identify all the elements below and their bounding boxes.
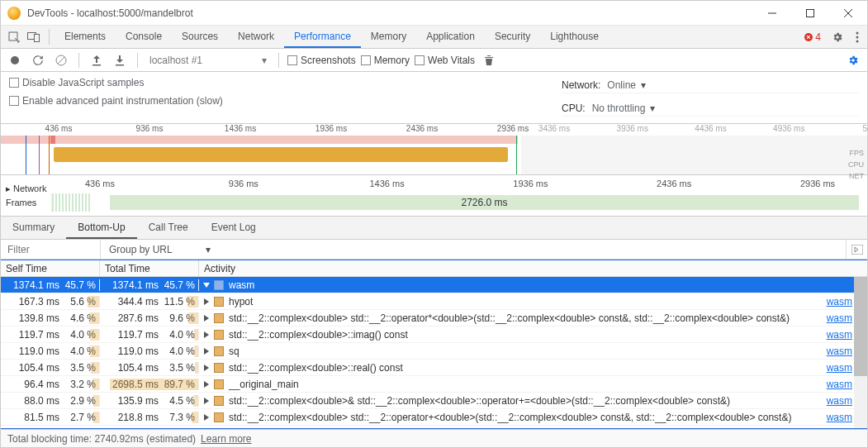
screenshots-checkbox[interactable]: Screenshots <box>287 55 356 66</box>
overview-tick: 436 ms <box>45 124 73 133</box>
record-button[interactable] <box>6 51 24 69</box>
webvitals-checkbox[interactable]: Web Vitals <box>415 55 475 66</box>
device-toggle-icon[interactable] <box>24 26 44 48</box>
expand-icon[interactable] <box>203 283 210 288</box>
table-row[interactable]: 105.4 ms3.5 %105.4 ms3.5 %std::__2::comp… <box>1 360 867 376</box>
capture-settings-gear-icon[interactable] <box>844 51 862 69</box>
table-row[interactable]: 88.0 ms2.9 %135.9 ms4.5 %std::__2::compl… <box>1 393 867 409</box>
col-activity[interactable]: Activity <box>199 260 867 276</box>
table-row[interactable]: 139.8 ms4.6 %287.6 ms9.6 %std::__2::comp… <box>1 310 867 326</box>
details-tabs: SummaryBottom-UpCall TreeEvent Log <box>1 217 867 240</box>
frames-label[interactable]: Frames <box>1 193 52 212</box>
overview-tick: 1936 ms <box>315 124 347 133</box>
tab-console[interactable]: Console <box>116 26 172 48</box>
flame-chart-header[interactable]: ▸ Network 436 ms936 ms1436 ms1936 ms2436… <box>1 175 867 217</box>
overview-timeline[interactable]: 436 ms936 ms1436 ms1936 ms2436 ms2936 ms… <box>1 124 867 175</box>
source-link[interactable]: wasm <box>827 346 852 357</box>
activity-name: hypot <box>229 296 253 307</box>
profile-select[interactable]: localhost #1▾ <box>146 55 270 66</box>
activity-swatch <box>214 280 224 290</box>
col-self-time[interactable]: Self Time <box>1 260 100 276</box>
group-by-select[interactable]: Group by URL▾ <box>100 240 846 259</box>
activity-swatch <box>214 330 224 340</box>
source-link[interactable]: wasm <box>827 412 852 423</box>
details-tab-summary[interactable]: Summary <box>1 217 66 239</box>
error-badge[interactable]: × 4 <box>804 31 821 43</box>
overview-tick: 2936 ms <box>497 124 529 133</box>
performance-toolbar: localhost #1▾ Screenshots Memory Web Vit… <box>1 49 867 72</box>
scrollbar-thumb[interactable] <box>854 277 867 376</box>
activity-swatch <box>214 346 224 356</box>
source-link[interactable]: wasm <box>827 329 852 341</box>
disable-js-samples-checkbox[interactable]: Disable JavaScript samples <box>9 77 562 88</box>
status-bar: Total blocking time: 2740.92ms (estimate… <box>1 429 867 447</box>
maximize-button[interactable] <box>791 1 829 26</box>
overview-tick-grey: 54 <box>862 124 868 133</box>
window-title: DevTools - localhost:5000/mandelbrot <box>27 7 193 19</box>
download-button[interactable] <box>111 51 129 69</box>
tab-security[interactable]: Security <box>485 26 540 48</box>
expand-icon[interactable] <box>204 331 209 338</box>
filter-input[interactable] <box>1 240 100 259</box>
frame-block[interactable]: 2726.0 ms <box>110 195 859 210</box>
activity-swatch <box>214 297 224 307</box>
source-link[interactable]: wasm <box>827 296 852 307</box>
tab-memory[interactable]: Memory <box>361 26 416 48</box>
col-total-time[interactable]: Total Time <box>100 260 199 276</box>
ruler-tick: 1436 ms <box>369 179 404 188</box>
tab-network[interactable]: Network <box>228 26 284 48</box>
vertical-scrollbar[interactable] <box>854 277 867 428</box>
activity-name: std::__2::complex<double>::imag() const <box>229 329 408 341</box>
svg-text:×: × <box>807 33 811 41</box>
ruler-tick: 2436 ms <box>657 179 691 188</box>
reload-button[interactable] <box>29 51 47 69</box>
clear-button[interactable] <box>52 51 70 69</box>
element-picker-icon[interactable] <box>4 26 24 48</box>
details-tab-event-log[interactable]: Event Log <box>200 217 268 239</box>
table-row[interactable]: 119.0 ms4.0 %119.0 ms4.0 %sqwasm <box>1 343 867 360</box>
details-tab-bottom-up[interactable]: Bottom-Up <box>66 217 136 239</box>
source-link[interactable]: wasm <box>827 395 852 407</box>
network-label: Network: <box>562 79 600 91</box>
table-row[interactable]: 81.5 ms2.7 %218.8 ms7.3 %std::__2::compl… <box>1 409 867 426</box>
svg-rect-15 <box>92 64 101 66</box>
kebab-menu-icon[interactable] <box>847 31 867 43</box>
minimize-button[interactable] <box>753 1 791 26</box>
svg-point-11 <box>856 40 859 42</box>
table-row[interactable]: 96.4 ms3.2 %2698.5 ms89.7 %__original_ma… <box>1 376 867 393</box>
expand-icon[interactable] <box>204 348 209 355</box>
source-link[interactable]: wasm <box>827 379 852 390</box>
table-row[interactable]: 119.7 ms4.0 %119.7 ms4.0 %std::__2::comp… <box>1 326 867 343</box>
details-tab-call-tree[interactable]: Call Tree <box>137 217 200 239</box>
expand-icon[interactable] <box>204 315 209 322</box>
source-link[interactable]: wasm <box>827 312 852 324</box>
overview-tick: 936 ms <box>136 124 164 133</box>
svg-rect-16 <box>116 64 124 66</box>
tab-sources[interactable]: Sources <box>172 26 228 48</box>
network-select[interactable]: Online▾ <box>607 79 646 91</box>
table-row[interactable]: 1374.1 ms45.7 %1374.1 ms45.7 %wasm <box>1 277 867 293</box>
activity-swatch <box>214 379 224 389</box>
ruler-tick: 936 ms <box>229 179 259 188</box>
learn-more-link[interactable]: Learn more <box>201 433 251 445</box>
trash-button[interactable] <box>480 51 498 69</box>
memory-checkbox[interactable]: Memory <box>361 55 410 66</box>
show-heaviest-stack-button[interactable] <box>846 240 867 259</box>
settings-gear-icon[interactable] <box>828 31 847 43</box>
close-button[interactable] <box>829 1 867 26</box>
expand-icon[interactable] <box>204 365 209 371</box>
source-link[interactable]: wasm <box>827 362 852 374</box>
upload-button[interactable] <box>88 51 106 69</box>
tab-lighthouse[interactable]: Lighthouse <box>540 26 609 48</box>
expand-icon[interactable] <box>204 298 209 305</box>
tab-application[interactable]: Application <box>416 26 485 48</box>
expand-icon[interactable] <box>204 414 209 421</box>
overview-tick-grey: 4936 ms <box>773 124 804 133</box>
tab-elements[interactable]: Elements <box>55 26 116 48</box>
enable-paint-instrumentation-checkbox[interactable]: Enable advanced paint instrumentation (s… <box>9 95 562 107</box>
expand-icon[interactable] <box>204 381 209 388</box>
cpu-select[interactable]: No throttling▾ <box>592 102 656 114</box>
tab-performance[interactable]: Performance <box>284 26 361 48</box>
table-row[interactable]: 167.3 ms5.6 %344.4 ms11.5 %hypotwasm <box>1 293 867 310</box>
expand-icon[interactable] <box>204 398 209 404</box>
